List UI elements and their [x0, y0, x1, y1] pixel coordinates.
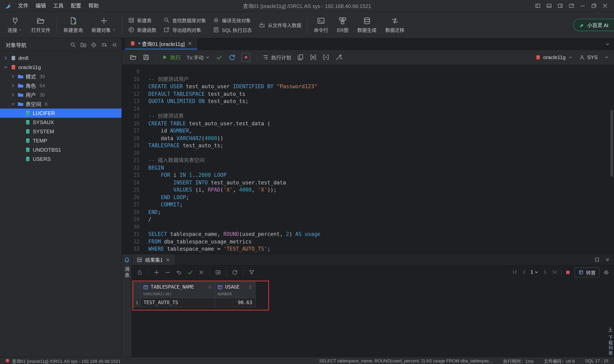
stop-button[interactable]	[242, 53, 251, 62]
tree-item[interactable]: LUCIFER	[0, 109, 122, 118]
collapse-sidebar-icon[interactable]	[112, 42, 118, 48]
tree-item[interactable]: 用户30	[0, 90, 122, 99]
format-sql-icon[interactable]	[297, 54, 304, 61]
sort-arrows-icon[interactable]	[208, 285, 212, 289]
ai-assistant-badge[interactable]: 小百灵 AI	[574, 19, 614, 31]
embed-window-icon[interactable]	[310, 54, 317, 61]
lock-icon[interactable]	[137, 269, 143, 275]
tree-item[interactable]: USERS	[0, 155, 122, 164]
tab-list-chevron-icon[interactable]	[605, 41, 610, 47]
menu-item[interactable]: 配置	[67, 0, 85, 12]
connect-button[interactable]: 连接	[3, 15, 27, 35]
tree-item[interactable]: 模式30	[0, 72, 122, 81]
search-icon[interactable]	[70, 42, 76, 48]
revert-icon[interactable]	[176, 269, 182, 275]
menu-item[interactable]: 工具	[50, 0, 67, 12]
next-page-icon[interactable]	[543, 269, 548, 275]
tree-item[interactable]: UNDOTBS1	[0, 145, 122, 155]
delete-row-icon[interactable]	[165, 269, 171, 275]
target-icon[interactable]	[91, 42, 97, 48]
chevron-right-icon[interactable]	[10, 74, 15, 79]
transpose-button[interactable]: 转置	[574, 267, 600, 277]
status-cursor-position[interactable]: SQL 17 : 15	[585, 358, 608, 363]
grid-settings-gear-icon[interactable]	[603, 269, 609, 275]
menu-item[interactable]: 文件	[14, 0, 32, 12]
float-panel-icon[interactable]	[594, 257, 600, 262]
tree-item[interactable]: oracle11g	[0, 63, 122, 72]
grid-corner-cell[interactable]	[134, 282, 141, 292]
er-diagram-button[interactable]: ER图	[333, 15, 353, 35]
stop-fetch-icon[interactable]	[565, 269, 571, 275]
column-header[interactable]: USAGE	[215, 282, 255, 292]
connection-selector[interactable]: oracle11g	[535, 54, 573, 60]
open-file-icon[interactable]	[130, 54, 137, 61]
result-set-tab[interactable]: 结果集1	[132, 254, 176, 265]
sort-icon[interactable]	[101, 42, 107, 48]
explain-plan-button[interactable]: 执行计划	[263, 53, 291, 61]
cancel-changes-icon[interactable]	[198, 269, 204, 275]
run-button[interactable]: 执行	[162, 53, 181, 61]
notifications-bell-icon[interactable]	[124, 257, 130, 263]
new-query-button[interactable]: 新建查询	[59, 15, 87, 35]
user-selector[interactable]: SYS	[579, 54, 598, 60]
chevron-down-icon[interactable]	[3, 65, 8, 70]
tree-item[interactable]: 表空间6	[0, 99, 122, 109]
panel-float-icon[interactable]	[568, 3, 574, 9]
new-object-button[interactable]: 新建对象	[87, 15, 120, 35]
chevron-right-icon[interactable]	[10, 92, 15, 97]
data-generate-button[interactable]: 数据生成	[353, 15, 381, 35]
status-file-encoding[interactable]: 文件编码：utf-8	[544, 357, 575, 364]
commit-icon[interactable]	[216, 54, 223, 61]
editor-scrollbar[interactable]	[610, 110, 613, 177]
command-line-button[interactable]: 命令行	[309, 15, 333, 35]
find-db-object-button[interactable]: 查找数据库对象	[164, 17, 206, 24]
restore-button[interactable]	[591, 3, 597, 9]
sql-log-button[interactable]: SQL 执行日志	[213, 26, 252, 33]
chevron-right-icon[interactable]	[3, 55, 8, 61]
data-migrate-button[interactable]: 数据迁移	[381, 15, 409, 35]
menu-item[interactable]: 编辑	[32, 0, 50, 12]
new-table-button[interactable]: 新建表	[128, 17, 156, 24]
chevron-right-icon[interactable]	[10, 83, 15, 88]
magic-wand-icon[interactable]	[335, 54, 342, 61]
submit-changes-icon[interactable]	[187, 269, 193, 275]
result-cell[interactable]: 90.63	[215, 298, 255, 307]
tree-item[interactable]: dm8	[0, 53, 122, 63]
result-cell[interactable]: TEST_AUTO_TS	[141, 298, 215, 307]
import-data-button[interactable]: 从文件导入数据	[259, 22, 301, 28]
new-function-button[interactable]: 新建函数	[128, 26, 156, 33]
editor-tab[interactable]: * 查询01 [oracle11g]	[125, 38, 197, 50]
transaction-mode-dropdown[interactable]: Tx:手动	[187, 53, 210, 61]
save-icon[interactable]	[143, 54, 150, 61]
close-button[interactable]	[602, 3, 608, 9]
page-number-dropdown[interactable]: 1	[530, 269, 539, 275]
chevron-down-icon[interactable]	[10, 101, 15, 106]
download-list-tab[interactable]: 下载列表	[607, 327, 614, 356]
collapse-panel-icon[interactable]	[605, 257, 610, 262]
prev-page-icon[interactable]	[521, 269, 527, 275]
add-row-icon[interactable]	[154, 269, 159, 275]
result-row[interactable]: 1TEST_AUTO_TS90.63	[134, 298, 255, 307]
menu-item[interactable]: 帮助	[85, 0, 102, 12]
close-result-tab-icon[interactable]	[166, 257, 170, 262]
panel-layout-left-icon[interactable]	[535, 3, 541, 9]
column-header[interactable]: TABLESPACE_NAME	[141, 282, 215, 292]
sql-editor[interactable]: 910-- 创建测试用户11CREATE USER test_auto_user…	[122, 65, 614, 254]
export-structure-button[interactable]: 导出结构对象	[164, 26, 206, 33]
first-page-icon[interactable]	[512, 269, 518, 275]
tree-item[interactable]: SYSAUX	[0, 118, 122, 127]
toolbar-collapse-chevron-icon[interactable]	[604, 55, 609, 60]
open-file-button[interactable]: 打开文件	[27, 15, 55, 35]
tree-item[interactable]: TEMP	[0, 136, 122, 145]
panel-layout-right-icon[interactable]	[557, 3, 563, 9]
minimize-button[interactable]	[580, 3, 586, 9]
locate-object-icon[interactable]	[80, 42, 86, 48]
go-to-row-icon[interactable]	[215, 269, 221, 275]
sort-arrows-icon[interactable]	[248, 285, 253, 289]
rollback-icon[interactable]	[229, 54, 236, 61]
refresh-icon[interactable]	[232, 269, 238, 275]
close-tab-icon[interactable]	[187, 41, 192, 46]
tree-item[interactable]: 角色54	[0, 81, 122, 90]
messages-tab[interactable]: 消息	[123, 267, 130, 279]
last-page-icon[interactable]	[552, 269, 557, 275]
